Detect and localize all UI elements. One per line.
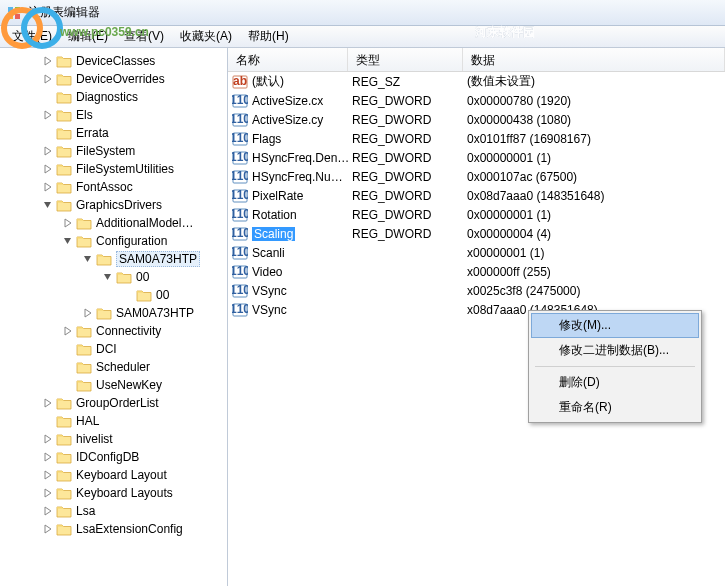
no-expand-icon <box>62 361 74 373</box>
tree-item[interactable]: Keyboard Layouts <box>0 484 227 502</box>
table-row[interactable]: HSyncFreq.Den…REG_DWORD0x00000001 (1) <box>228 148 725 167</box>
tree-label: SAM0A73HTP <box>116 306 194 320</box>
tree-item[interactable]: GraphicsDrivers <box>0 196 227 214</box>
expand-icon[interactable] <box>42 451 54 463</box>
tree-item[interactable]: Els <box>0 106 227 124</box>
expand-icon[interactable] <box>42 469 54 481</box>
collapse-icon[interactable] <box>82 253 94 265</box>
tree-item[interactable]: FileSystem <box>0 142 227 160</box>
menubar: 文件(E) 编辑(E) 查看(V) 收藏夹(A) 帮助(H) <box>0 26 725 48</box>
expand-icon[interactable] <box>82 307 94 319</box>
tree-label: Lsa <box>76 504 95 518</box>
value-data: 0x00000438 (1080) <box>463 113 725 127</box>
expand-icon[interactable] <box>42 523 54 535</box>
folder-icon <box>76 324 92 338</box>
dword-value-icon <box>232 112 248 128</box>
tree-item[interactable]: DeviceClasses <box>0 52 227 70</box>
table-row[interactable]: Scanlix00000001 (1) <box>228 243 725 262</box>
tree-item[interactable]: AdditionalModel… <box>0 214 227 232</box>
dword-value-icon <box>232 131 248 147</box>
expand-icon[interactable] <box>42 109 54 121</box>
tree-label: FileSystem <box>76 144 135 158</box>
tree-item[interactable]: HAL <box>0 412 227 430</box>
dword-value-icon <box>232 302 248 318</box>
table-row[interactable]: ActiveSize.cyREG_DWORD0x00000438 (1080) <box>228 110 725 129</box>
list-header: 名称 类型 数据 <box>228 48 725 72</box>
value-data: x00000001 (1) <box>463 246 725 260</box>
tree-item[interactable]: 00 <box>0 268 227 286</box>
tree-item[interactable]: SAM0A73HTP <box>0 304 227 322</box>
expand-icon[interactable] <box>42 145 54 157</box>
tree-label: Els <box>76 108 93 122</box>
tree-item[interactable]: Keyboard Layout <box>0 466 227 484</box>
expand-icon[interactable] <box>62 325 74 337</box>
value-name: Video <box>252 265 282 279</box>
tree-item[interactable]: Diagnostics <box>0 88 227 106</box>
expand-icon[interactable] <box>42 487 54 499</box>
expand-icon[interactable] <box>42 55 54 67</box>
expand-icon[interactable] <box>42 505 54 517</box>
titlebar: 注册表编辑器 <box>0 0 725 26</box>
folder-icon <box>76 216 92 230</box>
tree-label: DCI <box>96 342 117 356</box>
tree-label: Scheduler <box>96 360 150 374</box>
tree-item[interactable]: UseNewKey <box>0 376 227 394</box>
table-row[interactable]: HSyncFreq.Nu…REG_DWORD0x000107ac (67500) <box>228 167 725 186</box>
tree-item[interactable]: FontAssoc <box>0 178 227 196</box>
menu-help[interactable]: 帮助(H) <box>242 26 295 47</box>
list-panel: 名称 类型 数据 (默认)REG_SZ(数值未设置)ActiveSize.cxR… <box>228 48 725 586</box>
expand-icon[interactable] <box>62 217 74 229</box>
table-row[interactable]: PixelRateREG_DWORD0x08d7aaa0 (148351648) <box>228 186 725 205</box>
menu-modify-binary[interactable]: 修改二进制数据(B)... <box>531 338 699 363</box>
no-expand-icon <box>122 289 134 301</box>
col-header-data[interactable]: 数据 <box>463 48 725 71</box>
value-type: REG_DWORD <box>348 227 463 241</box>
tree-item[interactable]: GroupOrderList <box>0 394 227 412</box>
menu-view[interactable]: 查看(V) <box>118 26 170 47</box>
tree-label: DeviceClasses <box>76 54 155 68</box>
table-row[interactable]: ScalingREG_DWORD0x00000004 (4) <box>228 224 725 243</box>
tree-label: AdditionalModel… <box>96 216 193 230</box>
tree-item[interactable]: Connectivity <box>0 322 227 340</box>
table-row[interactable]: Videox000000ff (255) <box>228 262 725 281</box>
tree-item[interactable]: Lsa <box>0 502 227 520</box>
tree-item[interactable]: SAM0A73HTP <box>0 250 227 268</box>
tree-item[interactable]: hivelist <box>0 430 227 448</box>
folder-icon <box>56 486 72 500</box>
menu-delete[interactable]: 删除(D) <box>531 370 699 395</box>
table-row[interactable]: VSyncx0025c3f8 (2475000) <box>228 281 725 300</box>
expand-icon[interactable] <box>42 163 54 175</box>
tree-item[interactable]: IDConfigDB <box>0 448 227 466</box>
table-row[interactable]: ActiveSize.cxREG_DWORD0x00000780 (1920) <box>228 91 725 110</box>
tree-item[interactable]: DeviceOverrides <box>0 70 227 88</box>
tree-item[interactable]: FileSystemUtilities <box>0 160 227 178</box>
tree-item[interactable]: Errata <box>0 124 227 142</box>
menu-file[interactable]: 文件(E) <box>6 26 58 47</box>
table-row[interactable]: FlagsREG_DWORD0x0101ff87 (16908167) <box>228 129 725 148</box>
expand-icon[interactable] <box>42 433 54 445</box>
tree-item[interactable]: DCI <box>0 340 227 358</box>
tree-item[interactable]: LsaExtensionConfig <box>0 520 227 538</box>
col-header-type[interactable]: 类型 <box>348 48 463 71</box>
menu-rename[interactable]: 重命名(R) <box>531 395 699 420</box>
tree-item[interactable]: 00 <box>0 286 227 304</box>
expand-icon[interactable] <box>42 397 54 409</box>
value-name: (默认) <box>252 73 284 90</box>
folder-icon <box>56 162 72 176</box>
col-header-name[interactable]: 名称 <box>228 48 348 71</box>
value-data: x000000ff (255) <box>463 265 725 279</box>
table-row[interactable]: RotationREG_DWORD0x00000001 (1) <box>228 205 725 224</box>
value-type: REG_SZ <box>348 75 463 89</box>
collapse-icon[interactable] <box>102 271 114 283</box>
menu-edit[interactable]: 编辑(E) <box>62 26 114 47</box>
expand-icon[interactable] <box>42 73 54 85</box>
tree-item[interactable]: Configuration <box>0 232 227 250</box>
collapse-icon[interactable] <box>62 235 74 247</box>
collapse-icon[interactable] <box>42 199 54 211</box>
expand-icon[interactable] <box>42 181 54 193</box>
tree-label: SAM0A73HTP <box>116 251 200 267</box>
menu-modify[interactable]: 修改(M)... <box>531 313 699 338</box>
tree-item[interactable]: Scheduler <box>0 358 227 376</box>
menu-favorites[interactable]: 收藏夹(A) <box>174 26 238 47</box>
table-row[interactable]: (默认)REG_SZ(数值未设置) <box>228 72 725 91</box>
